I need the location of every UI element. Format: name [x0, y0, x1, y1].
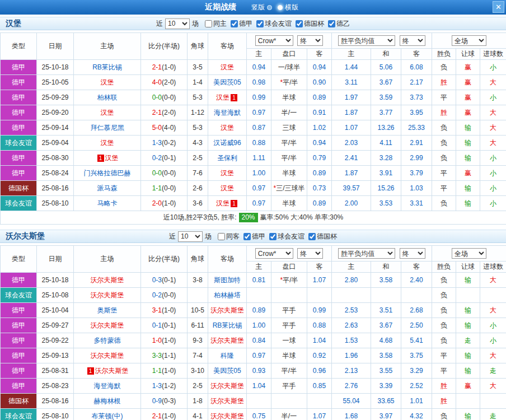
date-cell: 25-09-29	[37, 90, 74, 105]
away-team-cell: 沃尔夫斯堡	[208, 394, 247, 409]
team-name-link[interactable]: 汉堡	[216, 199, 229, 207]
fulltime-score: 0-2	[152, 154, 162, 162]
team-name-link[interactable]: 多特蒙德	[94, 337, 121, 344]
filter-checkbox-input[interactable]	[256, 20, 264, 27]
home-odds-cell: 0.97	[247, 348, 271, 363]
mean-stage-select[interactable]: 终	[400, 248, 425, 259]
filter-checkbox[interactable]: 球会友谊	[256, 19, 292, 29]
team-name-link[interactable]: RB莱比锡	[92, 63, 122, 71]
filter-checkbox[interactable]: 球会友谊	[269, 232, 304, 241]
league-type-cell: 德甲	[1, 120, 37, 136]
layout-horizontal-option[interactable]: 横版	[278, 3, 298, 12]
mean-home-cell: 2.00	[332, 196, 371, 211]
mean-type-select[interactable]: 胜平负均值	[338, 35, 395, 46]
team-name-link[interactable]: 圣保利	[217, 154, 237, 162]
team-name-link[interactable]: RB莱比锡	[213, 321, 242, 329]
filter-checkbox-label: 球会友谊	[278, 232, 304, 241]
team-name-link[interactable]: 沃尔夫斯堡	[210, 337, 244, 344]
team-name-link[interactable]: 海登海默	[94, 382, 121, 390]
odds-stage-select[interactable]: 终	[297, 248, 323, 259]
odds-stage-select[interactable]: 终	[297, 35, 323, 46]
scope-select[interactable]: 全场	[452, 35, 486, 46]
mean-draw-cell: 3.91	[371, 166, 401, 181]
filter-checkbox-input[interactable]	[308, 233, 316, 240]
filter-checkbox-input[interactable]	[205, 20, 212, 27]
team-name-link[interactable]: 派马森	[97, 184, 118, 192]
odds-company-select[interactable]: Crow*	[255, 35, 293, 46]
team-name-link[interactable]: 沃尔夫斯堡	[91, 291, 124, 299]
team-name-link[interactable]: 汉堡	[221, 63, 234, 71]
team-name-link[interactable]: 海登海默	[214, 109, 241, 116]
team-name-link[interactable]: 马略卡	[97, 199, 118, 207]
handicap-result-cell: 赢	[456, 166, 480, 181]
team-name-link[interactable]: 沃尔夫斯堡	[91, 352, 124, 360]
filter-checkbox-input[interactable]	[328, 20, 335, 27]
team-name-link[interactable]: 科隆	[221, 352, 234, 360]
team-name-link[interactable]: 奥斯堡	[97, 306, 118, 314]
team-name-link[interactable]: 汉诺威96	[213, 139, 241, 147]
score-cell: 0-9(0-3)	[141, 394, 188, 409]
team-name-link[interactable]: 沃尔夫斯堡	[91, 276, 124, 284]
team-name-link[interactable]: 沃尔夫斯堡	[210, 412, 244, 420]
team-name-link[interactable]: 汉堡	[105, 154, 119, 162]
team-name-link[interactable]: 斯图加特	[214, 276, 241, 284]
filter-checkbox[interactable]: 德国杯	[308, 232, 337, 241]
handicap-text: 半/一	[282, 412, 297, 420]
filter-checkbox-input[interactable]	[243, 233, 251, 240]
filter-checkbox[interactable]: 同主	[205, 19, 227, 29]
recent-count-select[interactable]: 10	[165, 18, 190, 29]
col-home: 主场	[74, 246, 141, 273]
team-name-link[interactable]: 沃尔夫斯堡	[210, 306, 244, 314]
subcol-mean-away: 客	[401, 262, 432, 273]
odds-company-select[interactable]: Crow*	[255, 248, 293, 259]
odds-group-header: Crow* 终	[247, 246, 332, 262]
filter-checkbox[interactable]: 德国杯	[296, 19, 324, 29]
team-name-link[interactable]: 沃尔夫斯堡	[95, 367, 129, 375]
team-name-title: 沃尔夫斯堡	[6, 231, 45, 241]
filter-checkbox[interactable]: 德甲	[243, 232, 265, 241]
team-name-link[interactable]: 布莱顿(中)	[92, 412, 123, 420]
radio-vertical-icon[interactable]	[267, 5, 272, 10]
filter-checkbox[interactable]: 同客	[218, 232, 240, 241]
team-name-link[interactable]: 沃尔夫斯堡	[210, 397, 244, 405]
team-name-link[interactable]: 美因茨05	[213, 78, 241, 86]
team-name-link[interactable]: 柏林联	[97, 94, 118, 101]
filter-checkbox-input[interactable]	[269, 233, 277, 240]
team-name-link[interactable]: 汉堡	[221, 124, 234, 132]
team-name-link[interactable]: 汉堡	[216, 94, 229, 101]
recent-count-select[interactable]: 10	[178, 231, 203, 242]
filter-checkbox-input[interactable]	[218, 233, 225, 240]
halftime-score: (2-0)	[162, 109, 176, 116]
team-name-link[interactable]: 汉堡	[101, 78, 114, 86]
filter-checkbox-input[interactable]	[296, 20, 303, 27]
away-odds-cell: 0.94	[307, 136, 332, 151]
team-name-link[interactable]: 拜仁慕尼黑	[91, 124, 124, 132]
layout-vertical-option[interactable]: 竖版	[251, 3, 272, 12]
mean-draw-cell: 3.55	[371, 363, 401, 379]
handicap-result-cell: 赢	[456, 75, 480, 90]
halftime-score: (4-0)	[162, 124, 176, 132]
close-button[interactable]: ✕	[493, 1, 504, 13]
team-name-link[interactable]: 汉堡	[101, 139, 114, 147]
team-name-link[interactable]: 沃尔夫斯堡	[91, 321, 124, 329]
scope-select[interactable]: 全场	[452, 248, 486, 259]
halftime-score: (0-0)	[162, 184, 176, 192]
team-name-link[interactable]: 门兴格拉德巴赫	[84, 169, 131, 177]
team-name-link[interactable]: 汉堡	[221, 169, 234, 177]
league-type-cell: 德国杯	[1, 394, 37, 409]
team-name-link[interactable]: 汉堡	[221, 184, 234, 192]
mean-type-select[interactable]: 胜平负均值	[338, 248, 395, 259]
team-name-link[interactable]: 汉堡	[101, 109, 114, 116]
mean-stage-select[interactable]: 终	[400, 35, 425, 46]
home-team-cell: 马略卡	[74, 196, 141, 211]
mean-away-cell: 3.31	[401, 196, 432, 211]
mean-home-cell: 2.63	[332, 318, 371, 333]
team-name-link[interactable]: 赫梅林根	[94, 397, 121, 405]
filter-checkbox[interactable]: 德乙	[328, 19, 350, 29]
filter-checkbox[interactable]: 德甲	[231, 19, 252, 29]
filter-checkbox-input[interactable]	[231, 20, 238, 27]
team-name-link[interactable]: 沃尔夫斯堡	[210, 382, 244, 390]
radio-horizontal-icon[interactable]	[278, 5, 283, 10]
team-name-link[interactable]: 美因茨05	[213, 367, 241, 375]
team-name-link[interactable]: 柏林赫塔	[214, 291, 241, 299]
